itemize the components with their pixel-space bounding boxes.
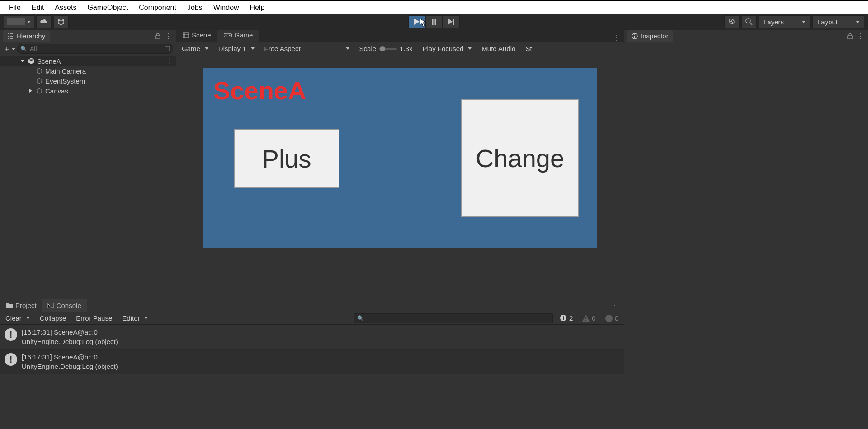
svg-point-8	[229, 34, 230, 36]
bottom-right-spacer	[624, 299, 868, 429]
display-dropdown[interactable]: Display 1	[216, 45, 257, 52]
tab-game[interactable]: Game	[217, 29, 259, 42]
console-search-box[interactable]: 🔍	[354, 313, 553, 323]
account-dropdown[interactable]	[4, 15, 34, 28]
svg-line-4	[750, 23, 752, 25]
svg-rect-2	[453, 19, 454, 25]
console-log-list: ! [16:17:31] SceneA@a:::0 UnityEngine.De…	[0, 325, 624, 374]
cloud-icon	[40, 19, 48, 25]
hierarchy-scene-root[interactable]: SceneA ⋮	[0, 56, 176, 66]
package-button[interactable]	[53, 15, 69, 28]
layout-dropdown[interactable]: Layout	[812, 15, 864, 28]
game-canvas[interactable]: SceneA Plus Change	[203, 68, 597, 248]
center-panel: Scene Game ⋮ Game Display 1 Free Aspect …	[176, 30, 624, 299]
menu-dots-icon: ⋮	[857, 32, 864, 40]
scale-control[interactable]: Scale 1.3x	[357, 45, 415, 52]
console-error-pause-toggle[interactable]: Error Pause	[73, 314, 115, 322]
menu-dots-icon: ⋮	[165, 32, 172, 40]
hierarchy-item-canvas[interactable]: Canvas	[0, 86, 176, 96]
tab-scene[interactable]: Scene	[176, 29, 217, 42]
console-search-input[interactable]	[367, 315, 550, 322]
play-focused-dropdown[interactable]: Play Focused	[420, 45, 474, 52]
search-icon: 🔍	[357, 315, 364, 322]
hierarchy-lock-button[interactable]	[153, 32, 162, 41]
menu-edit[interactable]: Edit	[26, 2, 50, 14]
hierarchy-tree: SceneA ⋮ Main Camera EventSystem	[0, 55, 176, 299]
layers-dropdown[interactable]: Layers	[759, 15, 811, 28]
menu-window[interactable]: Window	[208, 2, 245, 14]
console-panel: Project Console ⋮ Clear Collapse Error P…	[0, 299, 624, 429]
hierarchy-search-input[interactable]	[30, 45, 162, 52]
inspector-menu-button[interactable]: ⋮	[856, 32, 865, 41]
svg-rect-6	[224, 33, 232, 37]
stats-toggle[interactable]: St	[523, 45, 534, 52]
lock-icon	[847, 33, 853, 39]
global-search-button[interactable]	[741, 15, 757, 28]
step-button[interactable]	[443, 15, 460, 28]
tab-console[interactable]: Console	[42, 299, 87, 312]
info-icon	[632, 33, 638, 39]
menu-assets[interactable]: Assets	[49, 2, 82, 14]
tab-project[interactable]: Project	[1, 299, 42, 312]
inspector-tab[interactable]: Inspector	[627, 30, 673, 42]
undo-history-button[interactable]	[724, 15, 740, 28]
menu-jobs[interactable]: Jobs	[182, 2, 208, 14]
center-panel-menu[interactable]: ⋮	[613, 33, 620, 42]
svg-rect-11	[634, 36, 635, 38]
playback-controls	[408, 15, 460, 28]
menu-component[interactable]: Component	[133, 2, 182, 14]
inspector-panel: Inspector ⋮	[624, 30, 868, 299]
game-plus-button[interactable]: Plus	[234, 129, 339, 188]
gameobject-icon	[35, 77, 43, 85]
bottom-panel-menu[interactable]: ⋮	[611, 301, 618, 310]
console-log-entry[interactable]: ! [16:17:31] SceneA@b:::0 UnityEngine.De…	[0, 350, 624, 374]
console-info-filter[interactable]: 2	[557, 314, 576, 322]
gameobject-icon	[35, 87, 43, 95]
svg-rect-1	[435, 19, 437, 25]
game-mode-dropdown[interactable]: Game	[179, 45, 211, 52]
scale-slider[interactable]	[379, 48, 397, 50]
aspect-dropdown[interactable]: Free Aspect	[262, 45, 352, 52]
svg-rect-5	[165, 47, 170, 51]
hierarchy-item-eventsystem[interactable]: EventSystem	[0, 76, 176, 86]
log-info-icon: !	[5, 328, 17, 341]
menu-gameobject[interactable]: GameObject	[82, 2, 133, 14]
gameobject-icon	[35, 67, 43, 75]
scene-item-menu[interactable]: ⋮	[166, 57, 173, 65]
menu-file[interactable]: File	[4, 2, 26, 14]
search-icon	[745, 18, 753, 25]
console-warn-filter[interactable]: 0	[579, 314, 598, 322]
svg-point-10	[634, 34, 635, 35]
hierarchy-icon	[7, 33, 14, 39]
menu-help[interactable]: Help	[245, 2, 270, 14]
hierarchy-search-type-icon[interactable]	[165, 46, 170, 51]
game-icon	[224, 33, 232, 38]
main-toolbar: Layers Layout	[0, 14, 868, 30]
package-icon	[57, 18, 65, 25]
hierarchy-menu-button[interactable]: ⋮	[164, 32, 173, 41]
hierarchy-item-main-camera[interactable]: Main Camera	[0, 66, 176, 76]
cloud-button[interactable]	[36, 15, 52, 28]
folder-icon	[6, 303, 13, 308]
game-toolbar: Game Display 1 Free Aspect Scale 1.3x Pl…	[176, 42, 624, 55]
hierarchy-tab[interactable]: Hierarchy	[3, 30, 50, 42]
mute-audio-toggle[interactable]: Mute Audio	[479, 45, 518, 52]
game-change-button[interactable]: Change	[461, 99, 579, 217]
inspector-lock-button[interactable]	[845, 32, 854, 41]
pause-button[interactable]	[425, 15, 443, 28]
console-log-entry[interactable]: ! [16:17:31] SceneA@a:::0 UnityEngine.De…	[0, 325, 624, 350]
history-icon	[728, 18, 736, 25]
svg-point-3	[746, 19, 750, 23]
error-icon	[605, 314, 613, 322]
menubar: File Edit Assets GameObject Component Jo…	[0, 0, 868, 14]
console-collapse-toggle[interactable]: Collapse	[37, 314, 69, 322]
hierarchy-search-box[interactable]: 🔍	[17, 44, 173, 54]
hierarchy-add-button[interactable]: ＋	[3, 43, 15, 54]
play-icon	[414, 19, 420, 25]
console-clear-button[interactable]: Clear	[3, 314, 33, 322]
hierarchy-panel: Hierarchy ⋮ ＋ 🔍	[0, 30, 176, 299]
console-editor-dropdown[interactable]: Editor	[119, 314, 151, 322]
warning-icon	[582, 314, 590, 322]
console-error-filter[interactable]: 0	[602, 314, 621, 322]
play-button[interactable]	[408, 15, 425, 28]
